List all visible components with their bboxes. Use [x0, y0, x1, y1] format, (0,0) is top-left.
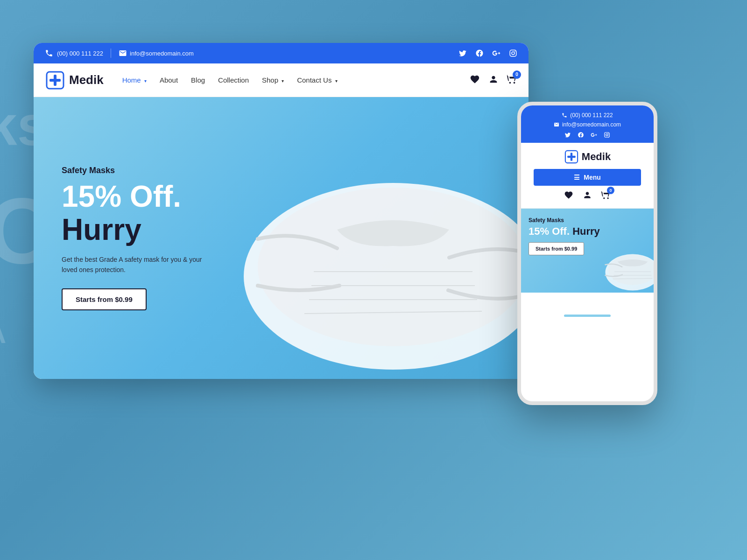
mobile-topbar: (00) 000 111 222 info@somedomain.com: [521, 105, 654, 143]
mobile-navbar: Medik ☰ Menu 0: [521, 143, 654, 209]
mobile-hero-hurry: Hurry: [572, 225, 600, 237]
mobile-cart-badge: 0: [607, 187, 614, 194]
hero-title-percent: 15% Off.: [62, 180, 181, 213]
topbar-email-wrapper: info@somedomain.com: [119, 49, 194, 57]
hero-title: 15% Off. Hurry: [62, 180, 258, 246]
cart-button[interactable]: 0: [507, 74, 517, 86]
nav-blog[interactable]: Blog: [191, 76, 205, 84]
nav-links: Home ▾ About Blog Collection Shop ▾ Cont…: [122, 76, 470, 84]
nav-collection[interactable]: Collection: [218, 76, 249, 84]
mobile-instagram-icon[interactable]: [604, 132, 610, 138]
hero-section: Safety Masks 15% Off. Hurry Get the best…: [34, 97, 529, 379]
hamburger-icon: ☰: [574, 174, 580, 181]
mobile-phone: (00) 000 111 222: [529, 112, 646, 119]
hero-title-hurry: Hurry: [62, 213, 141, 246]
twitter-icon[interactable]: [458, 49, 467, 57]
wishlist-button[interactable]: [470, 74, 480, 86]
mobile-twitter-icon[interactable]: [564, 132, 571, 138]
mobile-bottom-area: [521, 293, 654, 321]
bg-text-starts: A: [0, 317, 6, 350]
mobile-heart-icon: [564, 190, 573, 200]
nav-about[interactable]: About: [160, 76, 178, 84]
mobile-menu-label: Menu: [584, 174, 601, 181]
hero-description: Get the best Grade A safety mask for you…: [62, 254, 211, 275]
mobile-menu-button[interactable]: ☰ Menu: [534, 169, 641, 186]
hero-subtitle: Safety Masks: [62, 166, 258, 175]
mobile-email-address: info@somedomain.com: [562, 121, 621, 128]
user-account-button[interactable]: [488, 74, 499, 86]
mail-icon: [119, 49, 127, 57]
svg-rect-2: [49, 79, 61, 82]
mobile-home-indicator: [564, 315, 611, 317]
nav-home[interactable]: Home ▾: [122, 76, 147, 84]
email-address: info@somedomain.com: [130, 50, 194, 57]
topbar-divider: [111, 49, 111, 58]
mobile-hero-subtitle: Safety Masks: [529, 217, 646, 224]
svg-rect-11: [567, 156, 575, 158]
mobile-logo-text: Medik: [582, 151, 611, 163]
mobile-user-icon: [583, 190, 592, 200]
mobile-facebook-icon[interactable]: [578, 132, 584, 138]
mobile-gplus-icon[interactable]: [591, 132, 597, 138]
svg-point-4: [258, 188, 529, 346]
hero-content: Safety Masks 15% Off. Hurry Get the best…: [62, 166, 258, 310]
nav-icons: 0: [470, 74, 517, 86]
instagram-icon[interactable]: [509, 49, 517, 57]
facebook-icon[interactable]: [475, 49, 484, 57]
mobile-phone-icon: [562, 112, 567, 118]
mask-illustration: [230, 146, 529, 379]
mobile-hero-percent: 15% Off.: [529, 225, 570, 237]
phone-number: (00) 000 111 222: [57, 50, 103, 57]
mobile-hero-cta-button[interactable]: Starts from $0.99: [529, 242, 584, 255]
hero-cta-button[interactable]: Starts from $0.99: [62, 288, 147, 310]
mobile-logo-icon: [564, 149, 579, 164]
topbar-phone: (00) 000 111 222: [45, 49, 103, 57]
google-plus-icon[interactable]: [492, 49, 500, 57]
mobile-wishlist-button[interactable]: [564, 190, 573, 202]
heart-icon: [470, 74, 480, 84]
mobile-hero-section: Safety Masks 15% Off. Hurry Starts from …: [521, 209, 654, 293]
phone-icon: [45, 49, 53, 57]
mobile-hero-title: 15% Off. Hurry: [529, 225, 646, 238]
mobile-user-button[interactable]: [583, 190, 592, 202]
social-links: [458, 49, 517, 57]
logo-text: Medik: [69, 73, 104, 87]
nav-shop[interactable]: Shop ▾: [262, 76, 284, 84]
mobile-email: info@somedomain.com: [529, 121, 646, 128]
navbar: Medik Home ▾ About Blog Collection Shop …: [34, 63, 529, 97]
logo-icon: [45, 70, 65, 91]
logo[interactable]: Medik: [45, 70, 104, 91]
mobile-mail-icon: [554, 122, 559, 127]
nav-contact[interactable]: Contact Us ▾: [297, 76, 337, 84]
mobile-mockup: (00) 000 111 222 info@somedomain.com: [517, 102, 657, 405]
cart-badge: 0: [513, 70, 521, 79]
mobile-mask-illustration: [602, 241, 654, 293]
mobile-social: [529, 132, 646, 138]
mobile-logo[interactable]: Medik: [564, 149, 611, 164]
desktop-mockup: (00) 000 111 222 info@somedomain.com: [34, 43, 529, 379]
mobile-phone-number: (00) 000 111 222: [570, 112, 613, 119]
user-icon: [488, 74, 499, 84]
topbar: (00) 000 111 222 info@somedomain.com: [34, 43, 529, 63]
mobile-cart-button[interactable]: 0: [601, 190, 611, 202]
mobile-nav-icons: 0: [564, 190, 611, 202]
